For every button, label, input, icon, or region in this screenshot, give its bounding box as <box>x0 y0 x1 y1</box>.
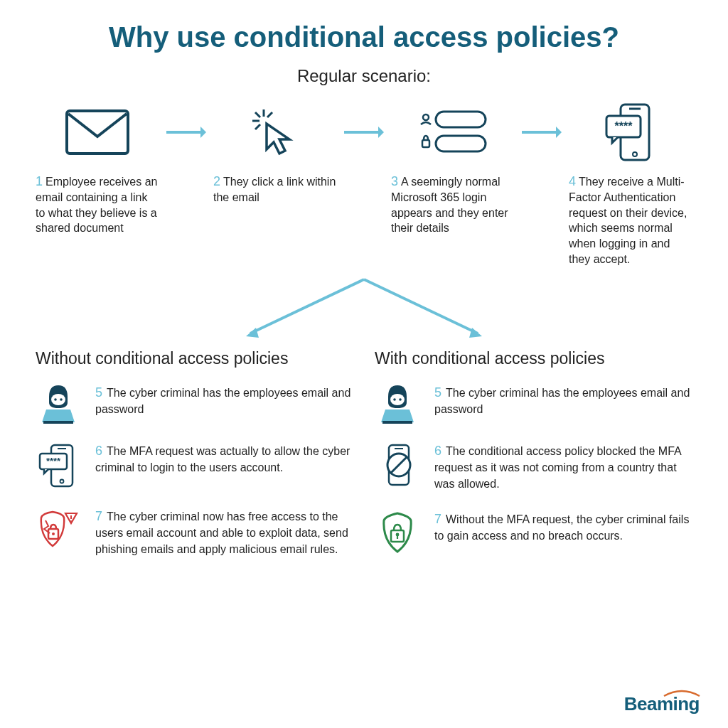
swoosh-icon <box>663 689 701 699</box>
comparison-columns: Without conditional access policies 5The… <box>36 349 692 576</box>
svg-line-19 <box>364 279 478 333</box>
with-7-num: 7 <box>434 512 441 526</box>
without-7-body: The cyber criminal now has free access t… <box>95 510 348 555</box>
svg-rect-23 <box>43 421 73 424</box>
step-4-num: 4 <box>569 174 576 188</box>
without-item-6: **** 6The MFA request was actually to al… <box>36 442 353 489</box>
svg-line-5 <box>267 112 272 117</box>
with-7-body: Without the MFA request, the cyber crimi… <box>434 513 689 542</box>
svg-text:****: **** <box>615 120 633 132</box>
hacker-icon <box>375 384 420 424</box>
without-6-body: The MFA request was actually to allow th… <box>95 445 350 473</box>
without-item-7-text: 7The cyber criminal now has free access … <box>95 508 353 557</box>
without-5-body: The cyber criminal has the employees ema… <box>95 387 350 415</box>
hacker-icon <box>36 384 81 424</box>
envelope-icon <box>65 100 129 164</box>
svg-line-18 <box>250 279 364 333</box>
brand-logo: Beaming <box>624 693 700 715</box>
with-item-5-text: 5The cyber criminal has the employees em… <box>434 384 692 418</box>
step-2-text: 2They click a link within the email <box>213 173 337 205</box>
svg-point-26 <box>60 480 64 483</box>
svg-text:****: **** <box>46 456 61 466</box>
with-title: With conditional access policies <box>375 349 692 368</box>
step-1-body: Employee receives an email containing a … <box>36 176 157 234</box>
split-arrows-icon <box>36 274 692 345</box>
svg-point-33 <box>390 394 405 405</box>
phone-mfa-icon: **** <box>36 442 81 489</box>
svg-point-22 <box>60 398 63 401</box>
step-1-text: 1Employee receives an email containing a… <box>36 173 159 236</box>
breach-shield-icon <box>36 508 81 550</box>
svg-line-6 <box>255 124 260 129</box>
with-5-num: 5 <box>434 385 441 400</box>
with-column: With conditional access policies 5The cy… <box>375 349 692 576</box>
without-5-num: 5 <box>95 385 102 400</box>
step-1: 1Employee receives an email containing a… <box>36 100 159 236</box>
with-item-7-text: 7Without the MFA request, the cyber crim… <box>434 510 692 545</box>
scenario-row: 1Employee receives an email containing a… <box>36 100 692 267</box>
with-6-body: The conditional access policy blocked th… <box>434 445 681 490</box>
phone-blocked-icon <box>375 442 420 488</box>
step-1-num: 1 <box>36 174 43 188</box>
step-3-num: 3 <box>391 174 398 188</box>
without-column: Without conditional access policies 5The… <box>36 349 353 576</box>
svg-line-4 <box>255 112 260 117</box>
svg-point-21 <box>54 398 57 401</box>
svg-rect-0 <box>67 111 128 154</box>
without-6-num: 6 <box>95 444 102 458</box>
step-2-body: They click a link within the email <box>213 176 336 203</box>
cursor-click-icon <box>247 100 304 164</box>
phone-mfa-icon: **** <box>602 100 659 164</box>
arrow-right-icon <box>520 100 563 164</box>
without-7-num: 7 <box>95 509 102 523</box>
svg-point-34 <box>393 398 396 401</box>
svg-point-10 <box>423 114 429 120</box>
svg-point-35 <box>399 398 402 401</box>
with-item-7: 7Without the MFA request, the cyber crim… <box>375 510 692 555</box>
svg-point-32 <box>70 520 72 522</box>
step-4-body: They receive a Multi-Factor Authenticati… <box>569 176 687 265</box>
secure-shield-icon <box>375 510 420 555</box>
step-3: 3A seemingly normal Microsoft 365 login … <box>391 100 515 236</box>
svg-point-30 <box>52 532 55 535</box>
arrow-right-icon <box>343 100 385 164</box>
svg-rect-8 <box>436 112 486 127</box>
without-item-7: 7The cyber criminal now has free access … <box>36 508 353 557</box>
without-item-6-text: 6The MFA request was actually to allow t… <box>95 442 353 476</box>
with-6-num: 6 <box>434 444 441 458</box>
svg-rect-36 <box>382 421 412 424</box>
without-title: Without conditional access policies <box>36 349 353 368</box>
step-2: 2They click a link within the email <box>213 100 337 205</box>
svg-point-15 <box>633 152 637 156</box>
page-title: Why use conditional access policies? <box>36 21 692 53</box>
without-item-5: 5The cyber criminal has the employees em… <box>36 384 353 424</box>
with-item-6-text: 6The conditional access policy blocked t… <box>434 442 692 492</box>
svg-point-20 <box>51 394 65 405</box>
login-form-icon <box>417 100 488 164</box>
with-item-5: 5The cyber criminal has the employees em… <box>375 384 692 424</box>
arrow-right-icon <box>165 100 208 164</box>
with-item-6: 6The conditional access policy blocked t… <box>375 442 692 492</box>
step-4: **** 4They receive a Multi-Factor Authen… <box>569 100 692 267</box>
step-2-num: 2 <box>213 174 220 188</box>
svg-rect-11 <box>422 140 429 147</box>
step-4-text: 4They receive a Multi-Factor Authenticat… <box>569 173 692 267</box>
with-5-body: The cyber criminal has the employees ema… <box>434 387 690 415</box>
step-3-text: 3A seemingly normal Microsoft 365 login … <box>391 173 515 236</box>
subtitle: Regular scenario: <box>36 66 692 86</box>
step-3-body: A seemingly normal Microsoft 365 login a… <box>391 176 508 234</box>
svg-rect-9 <box>436 136 486 151</box>
without-item-5-text: 5The cyber criminal has the employees em… <box>95 384 353 418</box>
